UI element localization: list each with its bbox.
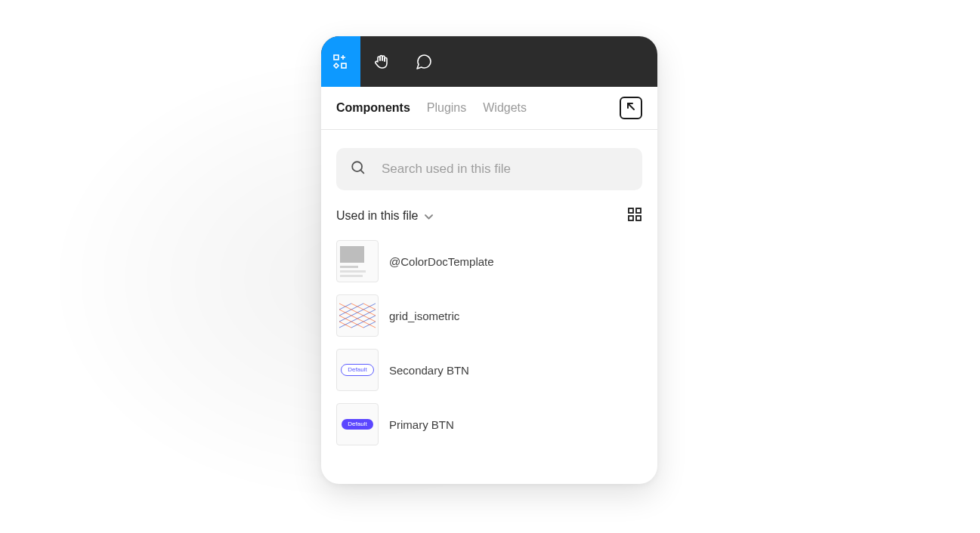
search-input[interactable] (380, 161, 629, 177)
component-item[interactable]: Default Secondary BTN (336, 347, 642, 393)
pop-out-button[interactable] (620, 97, 642, 119)
filter-dropdown[interactable]: Used in this file (336, 209, 627, 223)
tab-components[interactable]: Components (336, 101, 410, 115)
shapes-tool[interactable] (321, 36, 360, 87)
filter-row: Used in this file (321, 190, 657, 233)
component-item[interactable]: @ColorDocTemplate (336, 239, 642, 284)
component-item[interactable]: grid_isometric (336, 293, 642, 338)
view-grid-toggle[interactable] (627, 207, 642, 225)
search-icon (350, 159, 366, 179)
comment-icon (415, 53, 433, 71)
svg-rect-7 (636, 216, 641, 220)
tabs-row: Components Plugins Widgets (321, 87, 657, 130)
tabs: Components Plugins Widgets (336, 101, 620, 115)
chevron-down-icon (425, 209, 433, 223)
hand-icon (373, 53, 391, 71)
component-thumbnail (336, 294, 379, 337)
svg-rect-6 (629, 216, 633, 220)
tab-plugins[interactable]: Plugins (427, 101, 466, 115)
svg-rect-1 (342, 63, 346, 68)
resources-panel: Components Plugins Widgets (321, 36, 657, 484)
filter-label-text: Used in this file (336, 209, 419, 223)
svg-rect-4 (629, 208, 633, 213)
component-list: @ColorDocTemplate grid_isomet (321, 233, 657, 462)
hand-tool[interactable] (360, 36, 403, 87)
tab-widgets[interactable]: Widgets (483, 101, 527, 115)
pill-outline-preview: Default (341, 364, 373, 376)
svg-rect-0 (334, 55, 339, 60)
search-wrap (321, 130, 657, 190)
svg-line-3 (360, 170, 363, 173)
component-name: Secondary BTN (389, 364, 469, 377)
toolbar (321, 36, 657, 87)
component-name: grid_isometric (389, 310, 459, 322)
grid-view-icon (627, 211, 642, 224)
component-thumbnail: Default (336, 349, 379, 391)
component-item[interactable]: Default Primary BTN (336, 402, 642, 447)
pill-filled-preview: Default (342, 419, 373, 430)
component-thumbnail (336, 240, 379, 282)
comment-tool[interactable] (403, 36, 445, 87)
component-name: Primary BTN (389, 418, 454, 431)
svg-rect-5 (636, 208, 641, 213)
component-name: @ColorDocTemplate (389, 255, 494, 268)
shapes-icon (332, 54, 349, 70)
pop-out-arrow-icon (626, 101, 636, 115)
search-field[interactable] (336, 148, 642, 190)
component-thumbnail: Default (336, 403, 379, 445)
